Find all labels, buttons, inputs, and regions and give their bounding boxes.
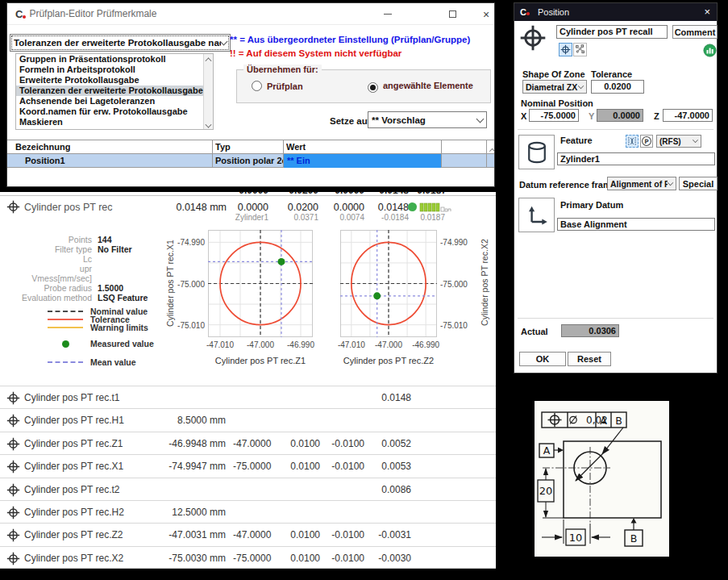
position-symbol-icon	[6, 200, 20, 214]
actual-value: -74.9947 mm	[145, 455, 226, 478]
radio-pruefplan[interactable]: Prüfplan	[252, 81, 303, 91]
plot-results-panel: 0.0000 0.0200 0.0000 0.0148 0.0187 Cylin…	[0, 192, 496, 569]
deviation-value: 0.0148	[374, 386, 411, 409]
results-row[interactable]: Cylinder pos PT rec.H18.5000 mm	[0, 408, 496, 432]
plot-canvas	[340, 230, 437, 337]
legend-sample-dashed-blue	[47, 361, 84, 363]
results-row[interactable]: Cylinder pos PT rec.X2-75.0030 mm-75.000…	[0, 546, 496, 570]
distribution-histogram-icon	[419, 202, 453, 214]
characteristic-header-name: Cylinder pos PT rec	[24, 202, 113, 213]
characteristic-name-input[interactable]: Cylinder pos PT recall	[556, 25, 668, 39]
legend-sample-dot-green	[47, 340, 84, 348]
results-row[interactable]: Cylinder pos PT rec.Z2-47.0031 mm-47.000…	[0, 523, 496, 546]
row-value[interactable]: ** Ein	[284, 154, 441, 168]
info-value: LSQ Feature	[98, 293, 148, 303]
shape-of-zone-dropdown[interactable]: Diametral ZX	[522, 80, 587, 94]
upper-value: 0.0100	[283, 432, 320, 455]
setting-category-combobox[interactable]: Toleranzen der erweiterte Protokollausga…	[10, 34, 231, 52]
note-inherited: ** = Aus übergeordneter Einstellung (Prü…	[230, 35, 470, 44]
scroll-down-icon[interactable]	[206, 122, 212, 128]
nominal-value: -47.0000	[233, 524, 270, 546]
col-wert: Wert	[286, 140, 306, 154]
pattern-mode-toggle[interactable]	[573, 43, 587, 56]
desktop: { "editor_window": { "title": "Prüfplan-…	[0, 0, 728, 580]
list-item[interactable]: Achsenende bei Lagetoleranzen	[16, 96, 213, 106]
header-col4-sub: -0.0184	[372, 213, 409, 222]
tolerance-input[interactable]: 0.0200	[591, 80, 644, 94]
comment-button[interactable]: Comment	[672, 25, 718, 39]
settings-table-row[interactable]: Position1 Position polar 2c ** Ein	[7, 154, 494, 168]
characteristic-name: Cylinder pos PT rec.t1	[24, 386, 120, 409]
special-button[interactable]: Special	[679, 177, 718, 190]
list-item[interactable]: Gruppen in Präsentationsprotokoll	[16, 54, 213, 65]
legend-sample-solid-orange	[47, 327, 84, 328]
feature-label: Feature	[560, 136, 593, 145]
nominal-value: -75.0000	[233, 547, 270, 570]
material-condition-dropdown[interactable]: (RFS)	[656, 135, 701, 148]
table-scroll-up-icon[interactable]	[489, 148, 495, 154]
scroll-up-icon[interactable]	[206, 58, 212, 65]
dim-height-text: 20	[539, 485, 553, 497]
ok-button[interactable]: OK	[519, 352, 566, 366]
info-label: upr	[0, 264, 92, 273]
diametral-zone-icon[interactable]	[626, 135, 639, 148]
maximize-button[interactable]	[443, 6, 462, 22]
deviation-value: 0.0086	[374, 478, 411, 501]
upper-value: 0.0100	[283, 547, 320, 570]
minimize-button[interactable]	[378, 6, 397, 22]
header-col1-sub: Zylinder1	[231, 213, 268, 222]
set-to-combobox[interactable]: ** Vorschlag	[368, 111, 487, 128]
col-typ: Typ	[215, 140, 231, 154]
feature-input[interactable]: Zylinder1	[557, 152, 715, 165]
list-item[interactable]: Maskieren	[16, 117, 213, 127]
lower-value: -0.0100	[327, 432, 364, 455]
reset-button[interactable]: Reset	[568, 352, 611, 366]
close-button[interactable]: ×	[476, 6, 496, 22]
legend-label: Warning limits	[90, 323, 148, 332]
list-item[interactable]: Erweiterte Protokollausgabe	[16, 75, 213, 86]
list-item[interactable]: Toleranzen der erweiterte Protokollausga…	[16, 86, 213, 96]
plot1-xlabel: Cylinder pos PT rec.Z1	[208, 356, 313, 365]
results-row[interactable]: Cylinder pos PT rec.X1-74.9947 mm-75.000…	[0, 454, 496, 478]
nominal-z-input[interactable]: -47.0000	[663, 109, 713, 122]
x-tick-label: -47.010	[206, 340, 234, 349]
characteristic-name: Cylinder pos PT rec.Z2	[24, 524, 123, 546]
set-to-label: Setze auf	[330, 116, 371, 126]
x-tick-label: -47.010	[338, 340, 365, 349]
primary-datum-input[interactable]: Base Alignment	[557, 218, 715, 231]
results-row[interactable]: Cylinder pos PT rec.t10.0148	[0, 386, 496, 409]
gdt-drawing-svg: 0,02 A B A B	[535, 401, 669, 557]
header-main-value: 0.0148 mm	[168, 202, 227, 213]
results-row[interactable]: Cylinder pos PT rec.t20.0086	[0, 478, 496, 501]
deviation-value: -0.0030	[374, 547, 411, 570]
radio-angewaehlte-elemente[interactable]: angewählte Elemente	[368, 81, 473, 93]
position-symbol-icon	[6, 483, 20, 497]
info-value: No Filter	[98, 244, 132, 254]
plot-info-row: Lc	[0, 254, 148, 264]
protocol-options-list[interactable]: Gruppen in PräsentationsprotokollFormeln…	[15, 53, 214, 130]
results-row[interactable]: Cylinder pos PT rec.Z1-46.9948 mm-47.000…	[0, 432, 496, 455]
close-icon[interactable]: ×	[704, 6, 710, 18]
status-indicator-dot	[408, 202, 417, 211]
list-item[interactable]: Koord.namen für erw. Protokollausgabe	[16, 106, 213, 117]
list-item[interactable]: Formeln in Arbeitsprotokoll	[16, 65, 213, 75]
projected-zone-icon[interactable]: P	[640, 135, 653, 148]
characteristic-name: Cylinder pos PT rec.H2	[24, 501, 124, 524]
x-tick-label: -46.990	[412, 340, 439, 349]
y-tick-label: -75.000	[440, 280, 468, 289]
statistics-chart-icon[interactable]	[703, 44, 717, 57]
calypso-logo-icon: C	[520, 7, 526, 17]
legend-sample-solid-red	[47, 319, 84, 320]
nominal-x-input[interactable]: -75.0000	[529, 109, 579, 122]
svg-text:P: P	[644, 138, 649, 145]
list-scrollbar[interactable]	[203, 54, 213, 129]
position-mode-toggle[interactable]	[559, 43, 572, 56]
datum-frame-dropdown[interactable]: Alignment of F	[607, 177, 676, 190]
results-row[interactable]: Cylinder pos PT rec.H212.5000 mm	[0, 500, 496, 524]
plot-canvas	[208, 230, 313, 337]
legend-row: Mean value	[47, 358, 136, 366]
header-col3-value: 0.0000	[327, 202, 364, 213]
fcf-datum1-text: A	[600, 415, 607, 427]
nominal-y-input: 0.0000	[597, 109, 643, 122]
position-dialog: C Position × Cylinder pos PT recall Comm…	[514, 2, 718, 373]
